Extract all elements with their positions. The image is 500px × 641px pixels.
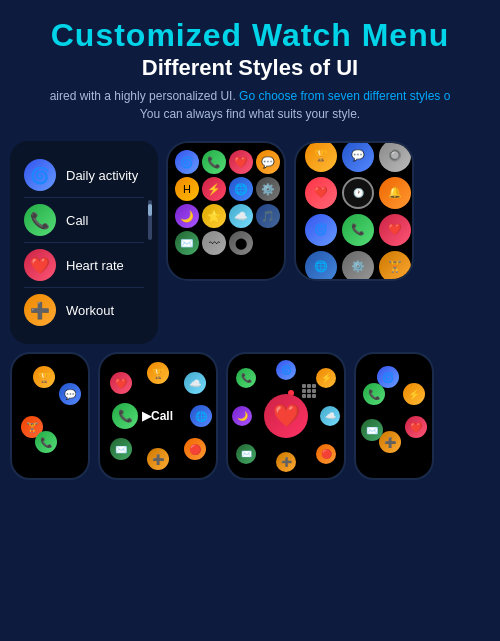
watch-screen-1: 🌀 📞 ❤️ 💬 H ⚡ 🌐 ⚙️ 🌙 ⭐ ☁️ 🎵 ✉️ 〰 ⬤	[166, 141, 286, 281]
page-header: Customized Watch Menu Different Styles o…	[0, 0, 500, 131]
w5-r-icon[interactable]: ☁️	[320, 406, 340, 426]
w6-b[interactable]: ➕	[379, 431, 401, 453]
app-icon-cloud[interactable]: ☁️	[229, 204, 253, 228]
w5-l-icon[interactable]: 🌙	[232, 406, 252, 426]
w4-r-icon[interactable]: 🌐	[190, 405, 212, 427]
orbit-right[interactable]: 💬	[59, 383, 81, 405]
w2-clock: 🕐	[342, 177, 374, 209]
page-subtitle: Different Styles of UI	[10, 55, 490, 81]
desc-line2: You can always find what suits your styl…	[140, 107, 360, 121]
watch-6-circular: 🌀 ⚡ 📞 ❤️ ➕ ✉️	[359, 361, 429, 471]
desc-link[interactable]: Go choose from seven different styles o	[239, 89, 450, 103]
watch-3-circular: 🏆 💬 🏋 📞	[15, 361, 85, 471]
w2-icon-10[interactable]: 🌐	[305, 251, 337, 282]
w4-tr-icon[interactable]: ☁️	[184, 372, 206, 394]
w5-t-icon[interactable]: 🌀	[276, 360, 296, 380]
call-center-icon: 📞	[112, 403, 138, 429]
w2-icon-7[interactable]: 🌀	[305, 214, 337, 246]
app-icon-music[interactable]: 🎵	[256, 204, 280, 228]
app-icon-wave[interactable]: 〰	[202, 231, 226, 255]
call-icon: 📞	[24, 204, 56, 236]
w5-b-icon[interactable]: ➕	[276, 452, 296, 472]
watch-4-circular-call: 🏆 ☁️ ❤️ 🌐 🔴 ➕ ✉️ 📞 ▶Call	[100, 354, 216, 478]
w2-icon-4[interactable]: ❤️	[305, 177, 337, 209]
app-icon-activity[interactable]: 🌀	[175, 150, 199, 174]
daily-activity-label: Daily activity	[66, 168, 138, 183]
app-icon-h[interactable]: H	[175, 177, 199, 201]
list-item-daily-activity[interactable]: 🌀 Daily activity	[24, 153, 144, 198]
w2-icon-9[interactable]: ❤️	[379, 214, 411, 246]
content-row-1: 🌀 Daily activity 📞 Call ❤️ Heart rate ➕ …	[0, 131, 500, 344]
app-icon-settings[interactable]: ⚙️	[256, 177, 280, 201]
w6-r[interactable]: ⚡	[403, 383, 425, 405]
w5-tr-icon[interactable]: ⚡	[316, 368, 336, 388]
page-description: aired with a highly personalized UI. Go …	[10, 87, 490, 123]
watch-screen-2: 🏆 💬 🔘 ❤️ 🕐 🔔 🌀 📞 ❤️ 🌐 ⚙️ 🏋️	[294, 141, 414, 281]
w4-call-center[interactable]: 📞 ▶Call	[112, 403, 173, 429]
w5-tl-icon[interactable]: 📞	[236, 368, 256, 388]
w4-bl-icon[interactable]: ✉️	[110, 438, 132, 460]
w4-br-icon[interactable]: 🔴	[184, 438, 206, 460]
watch-screen-6: 🌀 ⚡ 📞 ❤️ ➕ ✉️	[354, 352, 434, 480]
app-icon-moon[interactable]: 🌙	[175, 204, 199, 228]
w6-l[interactable]: 📞	[363, 383, 385, 405]
w2-icon-8[interactable]: 📞	[342, 214, 374, 246]
app-icon-heart[interactable]: ❤️	[229, 150, 253, 174]
w4-top-icon[interactable]: 🏆	[147, 362, 169, 384]
heart-rate-label: Heart rate	[66, 258, 124, 273]
app-icon-star[interactable]: ⭐	[202, 204, 226, 228]
w6-mr[interactable]: ❤️	[405, 416, 427, 438]
w5-center-heart[interactable]: ❤️	[264, 394, 308, 438]
app-icon-empty	[256, 231, 280, 255]
app-icon-msg[interactable]: ✉️	[175, 231, 199, 255]
app-icon-alert[interactable]: ⚡	[202, 177, 226, 201]
scroll-indicator	[148, 200, 152, 240]
desc-plain: aired with a highly personalized UI.	[50, 89, 236, 103]
list-item-call[interactable]: 📞 Call	[24, 198, 144, 243]
w2-icon-3[interactable]: 🔘	[379, 141, 411, 172]
w2-icon-2[interactable]: 💬	[342, 141, 374, 172]
watch-list-panel: 🌀 Daily activity 📞 Call ❤️ Heart rate ➕ …	[10, 141, 158, 344]
w5-bl-icon[interactable]: ✉️	[236, 444, 256, 464]
watch-screen-5: ❤️ 🌀 ⚡ 📞 ☁️ 🌙 🔴 ✉️ ➕	[226, 352, 346, 480]
title-prefix: C	[51, 17, 75, 53]
workout-icon: ➕	[24, 294, 56, 326]
orbit-bottom[interactable]: 📞	[35, 431, 57, 453]
app-icon-circle[interactable]: ⬤	[229, 231, 253, 255]
app-icon-chat[interactable]: 💬	[256, 150, 280, 174]
w2-icon-12[interactable]: 🏋️	[379, 251, 411, 282]
watch-screen-3: 🏆 💬 🏋 📞	[10, 352, 90, 480]
watch-screen-4: 🏆 ☁️ ❤️ 🌐 🔴 ➕ ✉️ 📞 ▶Call	[98, 352, 218, 480]
watch-screens-row1: 🌀 📞 ❤️ 💬 H ⚡ 🌐 ⚙️ 🌙 ⭐ ☁️ 🎵 ✉️ 〰 ⬤	[166, 141, 414, 281]
watch-2-grid: 🏆 💬 🔘 ❤️ 🕐 🔔 🌀 📞 ❤️ 🌐 ⚙️ 🏋️	[296, 143, 412, 279]
w2-icon-11[interactable]: ⚙️	[342, 251, 374, 282]
title-main: ustomized Watch Menu	[75, 17, 449, 53]
app-icon-globe[interactable]: 🌐	[229, 177, 253, 201]
list-item-heart-rate[interactable]: ❤️ Heart rate	[24, 243, 144, 288]
watch-1-app-grid: 🌀 📞 ❤️ 💬 H ⚡ 🌐 ⚙️ 🌙 ⭐ ☁️ 🎵 ✉️ 〰 ⬤	[168, 143, 284, 262]
app-icon-call[interactable]: 📞	[202, 150, 226, 174]
list-item-workout[interactable]: ➕ Workout	[24, 288, 144, 332]
w5-br-icon[interactable]: 🔴	[316, 444, 336, 464]
w5-grid-indicator	[302, 384, 316, 398]
w4-b-icon[interactable]: ➕	[147, 448, 169, 470]
w2-icon-6[interactable]: 🔔	[379, 177, 411, 209]
w2-icon-1[interactable]: 🏆	[305, 141, 337, 172]
scroll-thumb	[148, 204, 152, 216]
call-label: Call	[66, 213, 88, 228]
daily-activity-icon: 🌀	[24, 159, 56, 191]
watch-5-heart: ❤️ 🌀 ⚡ 📞 ☁️ 🌙 🔴 ✉️ ➕	[228, 354, 344, 478]
workout-label: Workout	[66, 303, 114, 318]
call-text: ▶Call	[142, 409, 173, 423]
heart-rate-icon: ❤️	[24, 249, 56, 281]
page-title: Customized Watch Menu	[10, 18, 490, 53]
content-row-2: 🏆 💬 🏋 📞 🏆 ☁️ ❤️ 🌐 🔴 ➕ ✉️ 📞 ▶Call ❤️	[0, 344, 500, 480]
orbit-top[interactable]: 🏆	[33, 366, 55, 388]
w4-tl-icon[interactable]: ❤️	[110, 372, 132, 394]
